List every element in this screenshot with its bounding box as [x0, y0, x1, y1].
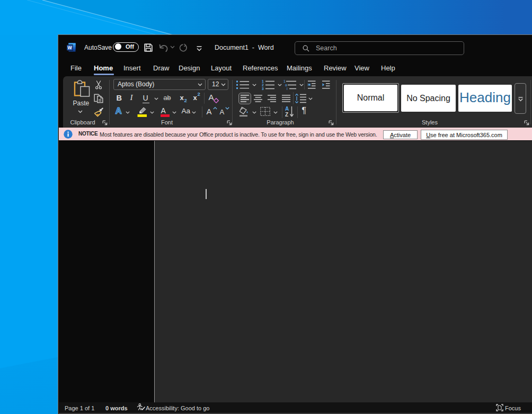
svg-text:a: a — [285, 83, 287, 87]
svg-text:W: W — [67, 45, 72, 50]
svg-text:Z: Z — [285, 112, 288, 118]
svg-text:3: 3 — [262, 87, 264, 91]
svg-text:A: A — [285, 106, 289, 112]
svg-text:2: 2 — [262, 83, 264, 87]
svg-text:i: i — [287, 87, 287, 91]
